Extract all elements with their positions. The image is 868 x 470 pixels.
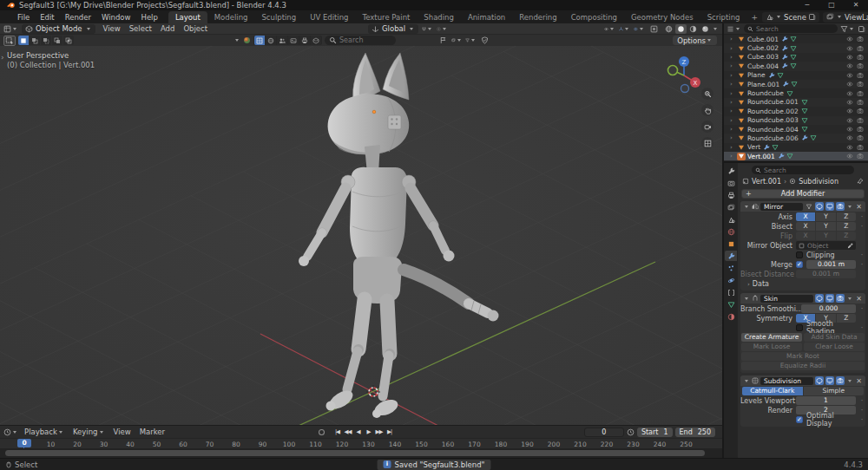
flip-x-toggle[interactable]: X bbox=[796, 232, 815, 240]
flip-z-toggle[interactable]: Z bbox=[837, 232, 856, 240]
breadcrumb-object[interactable]: Vert.001 bbox=[752, 178, 781, 186]
image-icon[interactable] bbox=[288, 36, 299, 45]
hide-in-viewport-eye-icon[interactable] bbox=[845, 45, 855, 52]
add-workspace-button[interactable]: + bbox=[746, 11, 762, 23]
orthographic-toggle-icon[interactable] bbox=[701, 137, 713, 149]
object-name[interactable]: Cube.004 bbox=[747, 62, 779, 70]
editor-type-icon[interactable] bbox=[3, 25, 18, 33]
disable-in-render-camera-icon[interactable] bbox=[855, 90, 865, 97]
gizmos-toggle-icon[interactable] bbox=[619, 24, 630, 34]
expand-icon[interactable]: › bbox=[730, 99, 737, 106]
tab-uv-editing[interactable]: UV Editing bbox=[303, 11, 355, 23]
play-reverse-button[interactable]: ◀ bbox=[353, 428, 363, 437]
package-icon[interactable] bbox=[311, 36, 321, 45]
hide-in-viewport-eye-icon[interactable] bbox=[845, 62, 855, 69]
active-tool-box-select[interactable] bbox=[3, 36, 16, 46]
clear-loose-button[interactable]: Clear Loose bbox=[804, 343, 865, 351]
extras-menu-icon[interactable] bbox=[848, 380, 852, 382]
object-name[interactable]: Roundcube bbox=[747, 89, 784, 97]
transform-orientation-dropdown[interactable]: Global bbox=[368, 24, 418, 34]
new-scene-icon[interactable] bbox=[808, 13, 816, 21]
hide-in-viewport-eye-icon[interactable] bbox=[845, 108, 855, 114]
eyedropper-icon[interactable] bbox=[847, 243, 853, 249]
disable-in-render-camera-icon[interactable] bbox=[855, 144, 865, 151]
mirror-panel-header[interactable]: Mirror ✕ bbox=[740, 201, 865, 212]
expand-icon[interactable]: › bbox=[730, 144, 737, 151]
pan-hand-icon[interactable] bbox=[701, 104, 713, 116]
hide-in-viewport-eye-icon[interactable] bbox=[845, 153, 855, 160]
subdivision-panel-header[interactable]: Subdivision ✕ bbox=[740, 375, 865, 386]
delete-modifier-icon[interactable]: ✕ bbox=[855, 377, 863, 385]
tool-search[interactable] bbox=[325, 36, 396, 45]
realtime-toggle-icon[interactable] bbox=[825, 376, 834, 385]
mode-dropdown[interactable]: Object Mode bbox=[22, 24, 95, 34]
delete-modifier-icon[interactable]: ✕ bbox=[855, 295, 863, 303]
timeline-scrollbar[interactable] bbox=[0, 448, 722, 458]
bisect-x-toggle[interactable]: X bbox=[796, 222, 815, 231]
hide-in-viewport-eye-icon[interactable] bbox=[845, 81, 855, 88]
material-shading-icon[interactable] bbox=[687, 24, 699, 34]
properties-tab-data-icon[interactable] bbox=[725, 299, 737, 310]
outliner-item-roundcube.001[interactable]: ›Roundcube.001 bbox=[724, 98, 868, 107]
tab-modeling[interactable]: Modeling bbox=[207, 11, 255, 23]
viewport-menu-object[interactable]: Object bbox=[179, 23, 212, 34]
equalize-radii-button[interactable]: Equalize Radii bbox=[741, 362, 865, 370]
select-mode-extend[interactable] bbox=[30, 36, 40, 45]
minimize-button[interactable]: ─ bbox=[795, 0, 819, 10]
outliner-item-cube.001[interactable]: ›Cube.001 bbox=[724, 35, 868, 43]
object-name[interactable]: Cube.003 bbox=[747, 53, 779, 61]
menu-render[interactable]: Render bbox=[60, 11, 96, 23]
snap-magnet-icon[interactable] bbox=[422, 24, 433, 34]
pin-icon[interactable] bbox=[857, 178, 864, 185]
merge-value-field[interactable]: 0.001 m bbox=[806, 260, 856, 269]
zoom-icon[interactable] bbox=[701, 88, 713, 100]
tab-shading[interactable]: Shading bbox=[417, 11, 461, 23]
select-mode-subtract[interactable] bbox=[41, 36, 51, 45]
object-name[interactable]: Cube.001 bbox=[747, 36, 779, 43]
play-button[interactable]: ▶ bbox=[364, 428, 373, 437]
edit-mode-toggle-icon[interactable] bbox=[815, 294, 824, 303]
expand-icon[interactable]: › bbox=[730, 36, 737, 42]
object-name[interactable]: Roundcube.003 bbox=[747, 116, 799, 124]
expand-icon[interactable]: › bbox=[730, 45, 737, 52]
tab-layout[interactable]: Layout bbox=[168, 11, 207, 23]
disable-in-render-camera-icon[interactable] bbox=[855, 153, 865, 160]
timeline-editor-icon[interactable] bbox=[3, 428, 18, 436]
camera-view-icon[interactable] bbox=[701, 121, 713, 133]
outliner-search[interactable] bbox=[744, 24, 838, 33]
timeline-menu-view[interactable]: View bbox=[109, 427, 135, 437]
disable-in-render-camera-icon[interactable] bbox=[855, 36, 865, 42]
realtime-toggle-icon[interactable] bbox=[825, 202, 834, 211]
properties-tab-particles-icon[interactable] bbox=[725, 263, 737, 273]
clipping-checkbox[interactable] bbox=[796, 251, 803, 258]
object-name[interactable]: Cube.002 bbox=[747, 44, 779, 52]
add-skin-data-button[interactable]: Add Skin Data bbox=[804, 333, 865, 342]
next-keyframe-button[interactable]: ▶▶ bbox=[374, 428, 384, 437]
scrollbar-thumb[interactable] bbox=[5, 450, 705, 456]
hide-in-viewport-eye-icon[interactable] bbox=[845, 54, 855, 61]
current-frame-field[interactable]: 0 bbox=[584, 428, 624, 437]
on-cage-toggle-icon[interactable] bbox=[805, 202, 813, 211]
gizmo-y-axis[interactable] bbox=[668, 66, 678, 75]
properties-tab-render-icon[interactable] bbox=[725, 178, 737, 188]
render-toggle-icon[interactable] bbox=[836, 202, 845, 211]
properties-tab-modifiers-icon[interactable] bbox=[725, 251, 737, 261]
object-name[interactable]: Roundcube.004 bbox=[747, 126, 799, 134]
realtime-toggle-icon[interactable] bbox=[825, 294, 834, 303]
tab-scripting[interactable]: Scripting bbox=[700, 11, 747, 23]
skin-panel-header[interactable]: Skin ✕ bbox=[740, 293, 865, 304]
collapse-icon[interactable] bbox=[745, 206, 748, 208]
disable-in-render-camera-icon[interactable] bbox=[855, 72, 865, 79]
timeline-menu-playback[interactable]: Playback bbox=[20, 427, 69, 437]
modifier-name-field[interactable]: Skin bbox=[760, 295, 813, 303]
disable-in-render-camera-icon[interactable] bbox=[855, 45, 865, 52]
edit-mode-toggle-icon[interactable] bbox=[815, 376, 824, 385]
hide-in-viewport-eye-icon[interactable] bbox=[845, 90, 855, 97]
hide-in-viewport-eye-icon[interactable] bbox=[845, 144, 855, 151]
outliner-item-roundcube.004[interactable]: ›Roundcube.004 bbox=[724, 125, 868, 134]
tab-sculpting[interactable]: Sculpting bbox=[254, 11, 303, 23]
object-visibility-icon[interactable] bbox=[604, 24, 615, 34]
axis-x-toggle[interactable]: X bbox=[796, 212, 815, 221]
timeline-menu-marker[interactable]: Marker bbox=[135, 427, 169, 437]
tab-compositing[interactable]: Compositing bbox=[564, 11, 624, 23]
